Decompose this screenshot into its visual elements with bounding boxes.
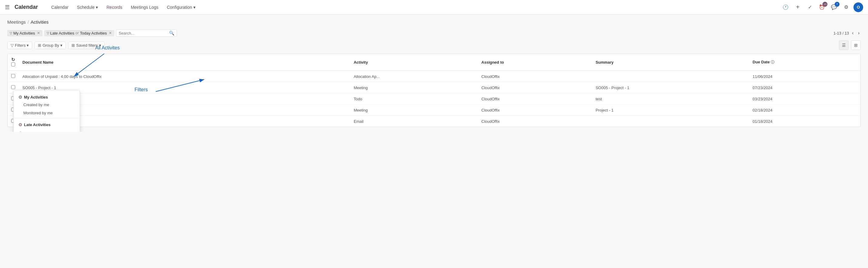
list-view-button[interactable]: ☰ (839, 40, 848, 50)
grid-view-button[interactable]: ⊞ (851, 40, 861, 50)
my-activities-section: ⊙ My Activities (13, 92, 80, 101)
summary-1 (592, 71, 749, 82)
pagination-next[interactable]: › (857, 30, 861, 36)
filter-icon: ▽ (10, 31, 12, 35)
avatar[interactable]: O (854, 2, 863, 12)
chat-button[interactable]: 💬 7 (829, 2, 839, 12)
pagination-info: 1-13 / 13 ‹ › (833, 30, 861, 36)
content-wrapper: ▽ My Activities ✕ ▽ Late Activities or T… (7, 29, 861, 127)
filter-icon2: ▽ (47, 31, 49, 35)
due-date-1: 11/06/2024 (749, 71, 861, 82)
activities-badge: 13 (823, 2, 827, 7)
due-date-5: 01/18/2024 (749, 116, 861, 127)
divider-1 (13, 118, 80, 119)
nav-meetings-logs[interactable]: Meetings Logs (127, 3, 162, 11)
due-date-info-icon[interactable]: ⓘ (771, 60, 774, 64)
filters-button[interactable]: ▽ Filters ▾ (7, 41, 32, 49)
doc-name-1[interactable]: Allocation of Unpaid : 4.00 days to Clou… (19, 71, 350, 82)
app-logo: Calendar (14, 4, 38, 10)
chevron-down-icon: ▾ (96, 5, 98, 10)
table-row: SO005 - Project - 1 Meeting CloudOffix S… (7, 82, 861, 93)
my-activities-section-label[interactable]: My Activities (24, 95, 48, 99)
search-icon[interactable]: 🔍 (169, 31, 174, 35)
breadcrumb-parent[interactable]: Meetings (7, 20, 26, 25)
or-connector: or (75, 31, 79, 35)
active-filters: ▽ My Activities ✕ ▽ Late Activities or T… (7, 29, 177, 37)
activities-table: ↻ Document Name Activity Assigned to (7, 54, 861, 127)
row-checkbox-1[interactable] (7, 71, 19, 82)
table-row: Project - 1 Meeting CloudOffix Project -… (7, 105, 861, 116)
nav-schedule[interactable]: Schedule ▾ (73, 3, 101, 11)
pagination-area: 1-13 / 13 ‹ › (833, 30, 861, 36)
activity-header: Activity (350, 54, 478, 71)
doc-name-header: Document Name (19, 54, 350, 71)
group-by-button[interactable]: ⊞ Group By ▾ (35, 41, 66, 49)
breadcrumb-separator: / (28, 20, 29, 25)
activities-button[interactable]: ⏰ 13 (817, 2, 827, 12)
search-input[interactable] (119, 31, 167, 35)
top-navigation: ☰ Calendar Calendar Schedule ▾ Records M… (0, 0, 868, 14)
saved-filters-button[interactable]: ⊞ Saved filters ▾ (68, 41, 104, 49)
pagination-count: 1-13 / 13 (833, 31, 849, 35)
assigned-to-2: CloudOffix (478, 82, 592, 93)
settings-button[interactable]: ⚙ (841, 2, 851, 12)
late-activities-section-label[interactable]: Late Activities (24, 122, 51, 127)
nav-menu: Calendar Schedule ▾ Records Meetings Log… (48, 3, 778, 11)
activity-1[interactable]: Allocation Ap... (350, 71, 478, 82)
due-date-4: 02/18/2024 (749, 105, 861, 116)
created-by-me-item[interactable]: Created by me (13, 101, 80, 109)
due-date-2: 07/23/2024 (749, 82, 861, 93)
filters-dropdown: ⊙ My Activities Created by me Monitored … (13, 90, 80, 132)
nav-records[interactable]: Records (103, 3, 126, 11)
late-activities-label: Late Activities (50, 31, 74, 35)
breadcrumb-current: Activities (31, 20, 49, 25)
saved-filters-label: Saved filters (76, 43, 98, 48)
table-row: CloudOffix Email CloudOffix 01/18/2024 (7, 116, 861, 127)
remove-late-today-filter[interactable]: ✕ (109, 31, 112, 35)
remove-my-activities-filter[interactable]: ✕ (37, 31, 40, 35)
activity-5[interactable]: Email (350, 116, 478, 127)
assigned-to-3: CloudOffix (478, 93, 592, 105)
plus-button[interactable]: + (793, 2, 803, 12)
table-row: Allocation of Unpaid : 4.00 days to Clou… (7, 71, 861, 82)
monitored-by-me-item[interactable]: Monitored by me (13, 109, 80, 117)
assigned-to-1: CloudOffix (478, 71, 592, 82)
activity-2[interactable]: Meeting (350, 82, 478, 93)
summary-5 (592, 116, 749, 127)
breadcrumb: Meetings / Activities (7, 20, 861, 25)
pagination-prev[interactable]: ‹ (851, 30, 855, 36)
filters-chevron: ▾ (27, 43, 29, 48)
activity-3[interactable]: Todo (350, 93, 478, 105)
activity-4[interactable]: Meeting (350, 105, 478, 116)
filter-tags-area: ▽ My Activities ✕ ▽ Late Activities or T… (7, 29, 177, 37)
today-activities-label: Today Activities (80, 31, 107, 35)
view-controls-left: ▽ Filters ▾ ⊞ Group By ▾ ⊞ Saved filters… (7, 41, 104, 49)
nav-configuration[interactable]: Configuration ▾ (163, 3, 199, 11)
filter-toolbar: ▽ My Activities ✕ ▽ Late Activities or T… (7, 29, 861, 37)
summary-3: test (592, 93, 749, 105)
today-activities-section-label[interactable]: Today Activities (24, 131, 54, 132)
nav-calendar[interactable]: Calendar (48, 3, 72, 11)
hamburger-icon[interactable]: ☰ (5, 4, 10, 10)
search-box: 🔍 (116, 29, 177, 37)
group-by-label: Group By (42, 43, 59, 48)
my-activities-checked-icon: ⊙ (19, 95, 22, 99)
page-content: Meetings / Activities ▽ My Activities ✕ … (0, 14, 868, 132)
table-row: test Todo CloudOffix test 03/23/2024 (7, 93, 861, 105)
summary-2: SO005 - Project - 1 (592, 82, 749, 93)
due-date-header: Due Date ⓘ (749, 54, 861, 71)
assigned-to-5: CloudOffix (478, 116, 592, 127)
my-activities-filter-tag: ▽ My Activities ✕ (7, 30, 42, 36)
groupby-icon: ⊞ (38, 43, 41, 48)
view-controls-right: ☰ ⊞ (839, 40, 861, 50)
checkmark-button[interactable]: ✓ (805, 2, 815, 12)
saved-icon: ⊞ (71, 43, 75, 48)
refresh-icon[interactable]: ↻ (11, 57, 15, 62)
late-activities-checked-icon: ⊙ (19, 122, 22, 127)
clock-button[interactable]: 🕐 (781, 2, 790, 12)
assigned-to-4: CloudOffix (478, 105, 592, 116)
chevron-down-icon: ▾ (193, 5, 195, 10)
groupby-chevron: ▾ (60, 43, 62, 48)
select-all-checkbox[interactable] (11, 62, 15, 66)
view-toolbar: ▽ Filters ▾ ⊞ Group By ▾ ⊞ Saved filters… (7, 40, 861, 50)
